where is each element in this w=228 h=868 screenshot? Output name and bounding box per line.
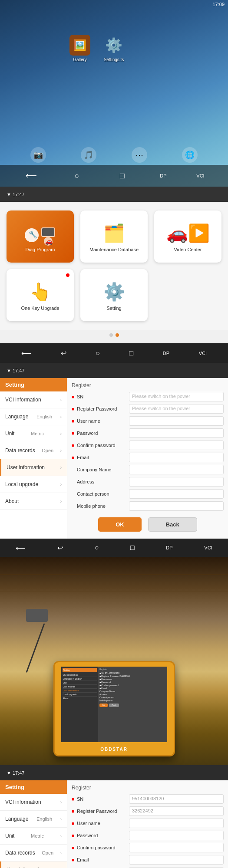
recents-button[interactable]: □ bbox=[115, 168, 130, 184]
regpw-star-1: ■ bbox=[72, 406, 75, 411]
wifi-status: ▼ 17:47 bbox=[7, 192, 24, 197]
mobile-value-1[interactable] bbox=[129, 501, 224, 511]
settings-body-1: Setting VCI information › Language Engli… bbox=[0, 378, 228, 539]
desktop-icons: 🖼️ Gallery ⚙️ Settings.fs bbox=[69, 35, 124, 62]
menu-data-label-1: Data records bbox=[5, 447, 35, 454]
sn-label-2: SN bbox=[77, 796, 129, 802]
confirm-value-2[interactable] bbox=[129, 843, 224, 852]
settings-title-1: Setting bbox=[0, 378, 67, 391]
menu-language-2[interactable]: Language English › bbox=[0, 811, 67, 828]
regpw-row-1: ■ Register Password Please switch on the… bbox=[72, 404, 224, 414]
diag-program-card[interactable]: 🔧 🚗 Diag Program bbox=[7, 210, 74, 263]
mobile-label-1: Mobile phone bbox=[77, 503, 129, 509]
menu-data-2[interactable]: Data records Open › bbox=[0, 845, 67, 861]
settings-icon-item[interactable]: ⚙️ Settings.fs bbox=[103, 35, 124, 62]
power-adapter bbox=[26, 609, 48, 622]
s1-home[interactable]: ○ bbox=[95, 544, 99, 552]
dp-label[interactable]: DP bbox=[160, 173, 166, 178]
desktop-taskbar: ⟵ ○ □ DP VCI bbox=[0, 165, 228, 187]
wood-line-1 bbox=[0, 574, 228, 575]
apps-dock-item[interactable]: ⋯ bbox=[132, 147, 147, 163]
home-btn[interactable]: ○ bbox=[96, 349, 100, 357]
dot-2 bbox=[116, 333, 119, 337]
s1-return[interactable]: ↩ bbox=[57, 544, 63, 552]
menu-about-1[interactable]: About › bbox=[0, 493, 67, 510]
settings-topbar-2: ▼ 17:47 bbox=[0, 765, 228, 780]
home-button[interactable]: ○ bbox=[69, 168, 85, 184]
settings-status-1: ▼ 17:47 bbox=[7, 368, 24, 373]
confirm-star-1: ■ bbox=[72, 443, 75, 448]
regpw-value-1[interactable]: Please switch on the power bbox=[129, 404, 224, 414]
regpw-label-2: Register Password bbox=[77, 809, 129, 814]
password-value-1[interactable] bbox=[129, 428, 224, 438]
vci-btn[interactable]: VCI bbox=[199, 351, 207, 356]
dp-btn[interactable]: DP bbox=[163, 351, 169, 356]
sn-value-1[interactable]: Please switch on the power bbox=[129, 392, 224, 401]
back-button-1[interactable]: Back bbox=[148, 517, 197, 532]
mobile-row-1: ■ Mobile phone bbox=[72, 501, 224, 511]
chevron-vci-1: › bbox=[60, 398, 62, 402]
address-value-1[interactable] bbox=[129, 477, 224, 487]
chevron-unit-1: › bbox=[60, 431, 62, 436]
return-btn[interactable]: ↩ bbox=[61, 349, 66, 357]
apps-dock-icon: ⋯ bbox=[135, 150, 143, 160]
username-value-2[interactable] bbox=[129, 819, 224, 828]
sn-row-2: ■ SN 951400038120 bbox=[72, 794, 224, 804]
music-dock-item[interactable]: 🎵 bbox=[81, 147, 96, 163]
confirm-value-1[interactable] bbox=[129, 441, 224, 450]
sn-label-1: SN bbox=[77, 394, 129, 399]
camera-dock-item[interactable]: 📷 bbox=[30, 147, 46, 163]
regpw-value-2[interactable]: 32622492 bbox=[129, 806, 224, 816]
company-value-1[interactable] bbox=[129, 465, 224, 474]
menu-user-2[interactable]: User information › bbox=[0, 861, 67, 868]
regpw-row-2: ■ Register Password 32622492 bbox=[72, 806, 224, 816]
contact-value-1[interactable] bbox=[129, 489, 224, 499]
menu-unit-1[interactable]: Unit Metric › bbox=[0, 425, 67, 442]
password-value-2[interactable] bbox=[129, 831, 224, 840]
browser-dock-icon: 🌐 bbox=[185, 150, 195, 160]
vci-label[interactable]: VCI bbox=[196, 173, 204, 178]
register-buttons-1: OK Back bbox=[72, 517, 224, 532]
sn-value-2[interactable]: 951400038120 bbox=[129, 794, 224, 804]
back-button[interactable]: ⟵ bbox=[23, 168, 39, 184]
dot-1 bbox=[109, 333, 113, 337]
menu-data-val-1: Open bbox=[42, 448, 53, 453]
upgrade-icon: 👆 bbox=[30, 282, 51, 302]
menu-local-1[interactable]: Local upgrade › bbox=[0, 476, 67, 493]
gallery-icon-item[interactable]: 🖼️ Gallery bbox=[69, 35, 90, 62]
menu-user-1[interactable]: User information › bbox=[0, 459, 67, 476]
recents-btn[interactable]: □ bbox=[129, 349, 134, 357]
menu-lang-label-2: Language bbox=[5, 816, 28, 822]
browser-dock-item[interactable]: 🌐 bbox=[182, 147, 198, 163]
menu-vci-info-2[interactable]: VCI information › bbox=[0, 794, 67, 811]
s1-recents[interactable]: □ bbox=[130, 544, 135, 552]
maintenance-icon: 🗂️ bbox=[103, 223, 125, 243]
username-row-1: ■ User name bbox=[72, 416, 224, 426]
s1-vci[interactable]: VCI bbox=[204, 545, 212, 550]
app-grid-section: ▼ 17:47 🔧 🚗 Diag Program 🗂️ Maintenance … bbox=[0, 187, 228, 363]
gallery-icon: 🖼️ bbox=[73, 39, 86, 51]
s1-back[interactable]: ⟵ bbox=[16, 544, 26, 552]
upgrade-notification-dot bbox=[66, 273, 69, 277]
password-star-2: ■ bbox=[72, 833, 75, 838]
diag-icon: 🔧 🚗 bbox=[23, 223, 58, 247]
back-btn[interactable]: ⟵ bbox=[21, 349, 31, 357]
menu-data-1[interactable]: Data records Open › bbox=[0, 442, 67, 459]
maintenance-db-card[interactable]: 🗂️ Maintenance Database bbox=[80, 210, 148, 263]
status-bar: 17:09 bbox=[209, 0, 228, 9]
ok-button-1[interactable]: OK bbox=[98, 517, 142, 532]
confirm-row-2: ■ Confirm password bbox=[72, 843, 224, 852]
upgrade-card[interactable]: 👆 One Key Upgrade bbox=[7, 269, 74, 321]
setting-card[interactable]: ⚙️ Setting bbox=[80, 269, 148, 321]
email-value-1[interactable] bbox=[129, 453, 224, 462]
video-center-card[interactable]: 🚗▶️ Video Center bbox=[154, 210, 221, 263]
s1-dp[interactable]: DP bbox=[166, 545, 172, 550]
email-value-2[interactable] bbox=[129, 855, 224, 865]
menu-language-1[interactable]: Language English › bbox=[0, 408, 67, 425]
username-value-1[interactable] bbox=[129, 416, 224, 426]
settings-topbar-1: ▼ 17:47 bbox=[0, 363, 228, 378]
menu-unit-2[interactable]: Unit Metric › bbox=[0, 828, 67, 845]
menu-lang-val-1: English bbox=[36, 414, 52, 419]
regpw-label-1: Register Password bbox=[77, 406, 129, 411]
menu-vci-info-1[interactable]: VCI information › bbox=[0, 391, 67, 408]
